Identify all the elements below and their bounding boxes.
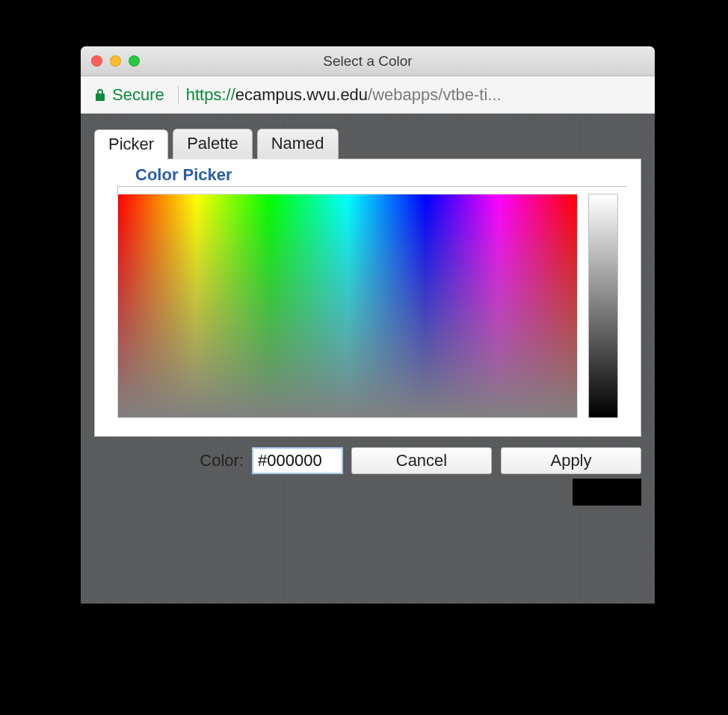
window-titlebar[interactable]: Select a Color xyxy=(81,46,655,76)
lightness-slider[interactable] xyxy=(588,194,618,418)
address-separator xyxy=(178,86,179,104)
address-bar[interactable]: Secure https://ecampus.wvu.edu/webapps/v… xyxy=(81,76,655,114)
tab-named[interactable]: Named xyxy=(257,129,339,159)
close-window-button[interactable] xyxy=(91,55,102,67)
fieldset-legend: Color Picker xyxy=(131,165,237,185)
color-label: Color: xyxy=(200,451,244,470)
hex-input[interactable] xyxy=(253,448,342,473)
zoom-window-button[interactable] xyxy=(129,55,140,67)
current-color-swatch xyxy=(573,479,641,506)
lock-icon xyxy=(94,88,106,102)
controls-row: Color: Cancel Apply xyxy=(94,437,641,474)
tab-palette[interactable]: Palette xyxy=(173,129,253,159)
url-host: ecampus.wvu.edu xyxy=(235,85,368,105)
secure-label: Secure xyxy=(112,85,164,105)
apply-button[interactable]: Apply xyxy=(501,447,641,474)
fieldset-rule xyxy=(117,186,627,194)
tab-bar: Picker Palette Named xyxy=(94,129,641,159)
picker-row xyxy=(108,194,627,421)
url-scheme: https:// xyxy=(186,85,235,105)
minimize-window-button[interactable] xyxy=(110,55,121,67)
content-area: Picker Palette Named Color Picker Color:… xyxy=(81,114,655,604)
browser-popup-window: Select a Color Secure https://ecampus.wv… xyxy=(81,46,655,604)
picker-panel: Color Picker xyxy=(94,159,641,437)
url-path: /webapps/vtbe-ti... xyxy=(368,85,502,105)
window-title: Select a Color xyxy=(81,53,655,70)
cancel-button[interactable]: Cancel xyxy=(351,447,492,474)
hue-saturation-field[interactable] xyxy=(117,194,578,418)
traffic-lights xyxy=(81,55,140,67)
tab-picker[interactable]: Picker xyxy=(94,129,168,160)
